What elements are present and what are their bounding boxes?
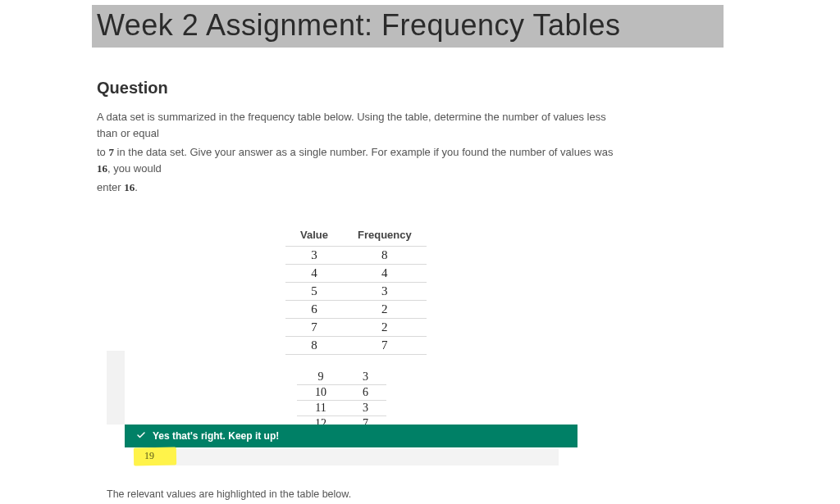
table-row: 7 2 (285, 318, 427, 336)
table-cell-freq: 6 (345, 384, 386, 400)
table-row: 8 7 (285, 336, 427, 354)
question-example-number-2: 16 (124, 181, 135, 193)
table-cell-freq: 7 (343, 336, 427, 354)
question-heading: Question (97, 79, 622, 98)
table-cell-value: 6 (285, 300, 343, 318)
table-cell-value: 10 (297, 384, 345, 400)
question-text-frag: . (135, 181, 138, 193)
explanation-text: The relevant values are highlighted in t… (107, 488, 351, 500)
table-header-value: Value (285, 225, 343, 247)
answer-bar (134, 449, 559, 465)
frequency-table-1: Value Frequency 3 8 4 4 5 3 (285, 225, 427, 355)
table-cell-freq: 2 (343, 300, 427, 318)
table-cell-value: 7 (285, 318, 343, 336)
answer-highlight (134, 447, 176, 466)
table-cell-freq: 2 (343, 318, 427, 336)
page-title: Week 2 Assignment: Frequency Tables (97, 8, 719, 43)
table-cell-value: 11 (297, 400, 345, 415)
feedback-banner: Yes that's right. Keep it up! (125, 425, 578, 447)
table-row: 5 3 (285, 282, 427, 300)
table-row: 10 6 (297, 384, 386, 400)
table-cell-freq: 8 (343, 246, 427, 264)
question-block: Question A data set is summarized in the… (97, 79, 622, 432)
table-row: 6 2 (285, 300, 427, 318)
question-line-1: A data set is summarized in the frequenc… (97, 109, 622, 141)
table-cell-value: 4 (285, 264, 343, 282)
table-row: 3 8 (285, 246, 427, 264)
table-row: 4 4 (285, 264, 427, 282)
question-line-2: to 7 in the data set. Give your answer a… (97, 144, 622, 176)
table-row: 9 3 (297, 370, 386, 385)
check-icon (136, 430, 146, 443)
table-row: 11 3 (297, 400, 386, 415)
frequency-table-2-wrap: 9 3 10 6 11 3 12 7 (297, 370, 395, 432)
left-side-tab (107, 351, 125, 425)
answer-value: 19 (144, 450, 154, 462)
frequency-table-1-wrap: Value Frequency 3 8 4 4 5 3 (285, 225, 466, 355)
table-cell-freq: 3 (345, 400, 386, 415)
table-cell-value: 9 (297, 370, 345, 385)
table-cell-value: 5 (285, 282, 343, 300)
table-cell-freq: 3 (345, 370, 386, 385)
question-text-frag: A data set is summarized in the frequenc… (97, 111, 606, 139)
question-text-frag: in the data set. Give your answer as a s… (114, 146, 613, 158)
question-example-number: 16 (97, 162, 107, 175)
question-line-3: enter 16. (97, 179, 622, 196)
table-cell-freq: 4 (343, 264, 427, 282)
feedback-text: Yes that's right. Keep it up! (153, 430, 279, 442)
page-title-bar: Week 2 Assignment: Frequency Tables (92, 5, 724, 48)
table-header-frequency: Frequency (343, 225, 427, 247)
table-cell-value: 8 (285, 336, 343, 354)
frequency-table-2: 9 3 10 6 11 3 12 7 (297, 370, 386, 432)
table-cell-value: 3 (285, 246, 343, 264)
question-text-frag: enter (97, 181, 124, 193)
question-text-frag: , you would (107, 162, 162, 175)
table-cell-freq: 3 (343, 282, 427, 300)
